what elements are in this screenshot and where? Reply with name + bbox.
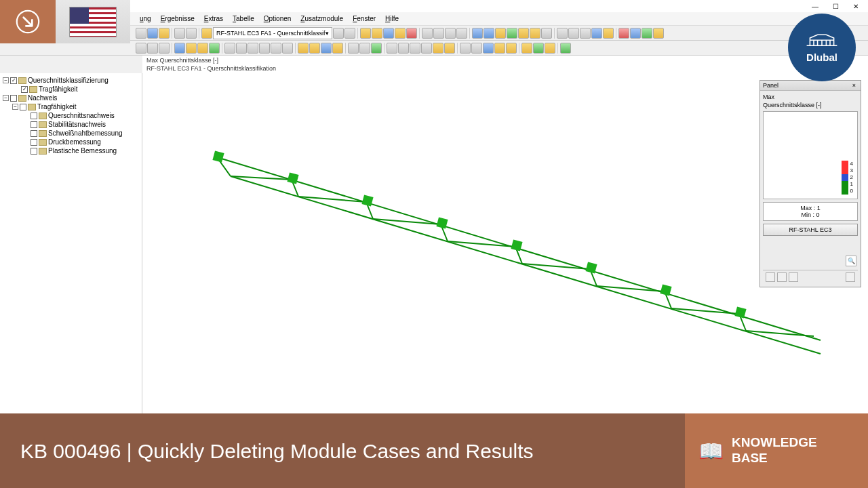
tool-icon[interactable] xyxy=(224,43,235,54)
menu-item[interactable]: Tabelle xyxy=(229,14,258,24)
tool-icon[interactable] xyxy=(533,43,544,54)
tool-icon[interactable] xyxy=(248,43,258,54)
case-selector-dropdown[interactable]: RF-STAHL EC3 FA1 - Querschnittklassif ▾ xyxy=(213,27,332,39)
tool-icon[interactable] xyxy=(159,43,170,54)
tool-icon[interactable] xyxy=(580,28,591,39)
checkbox[interactable] xyxy=(20,104,26,110)
menu-item[interactable]: Ergebnisse xyxy=(157,14,199,24)
tool-icon[interactable] xyxy=(483,43,494,54)
panel-close-button[interactable]: × xyxy=(850,82,858,89)
tool-icon[interactable] xyxy=(271,43,281,54)
tool-icon[interactable] xyxy=(445,28,456,39)
tool-icon[interactable] xyxy=(332,43,343,54)
tool-icon[interactable] xyxy=(298,43,309,54)
checkbox[interactable] xyxy=(31,130,37,137)
tool-icon[interactable] xyxy=(541,28,552,39)
tool-icon[interactable] xyxy=(568,28,579,39)
panel-tab-icon[interactable] xyxy=(777,272,787,282)
tool-icon[interactable] xyxy=(422,28,433,39)
tool-icon[interactable] xyxy=(383,28,394,39)
tool-icon[interactable] xyxy=(545,43,555,54)
checkbox[interactable]: ✓ xyxy=(10,77,17,84)
tree-toggle-icon[interactable]: − xyxy=(3,77,9,83)
tool-icon[interactable] xyxy=(136,28,146,39)
tool-icon[interactable] xyxy=(359,43,370,54)
tool-icon[interactable] xyxy=(344,28,355,39)
tool-icon[interactable] xyxy=(603,28,614,39)
tree-item[interactable]: Stabilitätsnachweis xyxy=(1,120,140,129)
checkbox[interactable] xyxy=(31,121,37,128)
tool-icon[interactable] xyxy=(653,28,664,39)
tool-icon[interactable] xyxy=(398,43,409,54)
tree-item[interactable]: Querschnittsnachweis xyxy=(1,111,140,120)
menu-item[interactable]: Optionen xyxy=(260,14,296,24)
panel-tab-icon[interactable] xyxy=(789,272,798,282)
tool-icon[interactable] xyxy=(282,43,293,54)
tree-item[interactable]: Druckbemessung xyxy=(1,138,140,146)
tool-icon[interactable] xyxy=(209,43,220,54)
checkbox[interactable]: ✓ xyxy=(21,86,28,93)
tool-icon[interactable] xyxy=(507,28,517,39)
tool-icon[interactable] xyxy=(333,28,344,39)
panel-tab-icon[interactable] xyxy=(766,272,775,282)
tree-item[interactable]: ✓Tragfähigkeit xyxy=(1,85,140,94)
checkbox[interactable] xyxy=(31,113,37,119)
tool-icon[interactable] xyxy=(506,43,517,54)
tool-icon[interactable] xyxy=(360,28,371,39)
tool-icon[interactable] xyxy=(406,28,417,39)
tool-icon[interactable] xyxy=(618,28,629,39)
tool-icon[interactable] xyxy=(521,43,532,54)
checkbox[interactable] xyxy=(10,95,17,102)
tool-icon[interactable] xyxy=(186,43,197,54)
tool-icon[interactable] xyxy=(444,43,455,54)
checkbox[interactable] xyxy=(31,148,37,155)
tool-icon[interactable] xyxy=(159,28,170,39)
module-button[interactable]: RF-STAHL EC3 xyxy=(763,224,858,236)
tool-icon[interactable] xyxy=(147,28,158,39)
tool-icon[interactable] xyxy=(484,28,494,39)
tool-icon[interactable] xyxy=(642,28,652,39)
tool-icon[interactable] xyxy=(557,28,568,39)
checkbox[interactable] xyxy=(31,139,37,146)
tool-icon[interactable] xyxy=(259,43,270,54)
tool-icon[interactable] xyxy=(348,43,359,54)
maximize-button[interactable]: ☐ xyxy=(826,1,845,12)
panel-titlebar[interactable]: Panel × xyxy=(760,81,861,91)
minimize-button[interactable]: — xyxy=(806,1,825,12)
tool-icon[interactable] xyxy=(494,43,505,54)
tool-icon[interactable] xyxy=(174,28,185,39)
tool-icon[interactable] xyxy=(309,43,320,54)
menu-item[interactable]: Zusatzmodule xyxy=(296,14,347,24)
tool-icon[interactable] xyxy=(471,43,482,54)
zoom-icon[interactable]: 🔍 xyxy=(846,256,856,266)
tool-icon[interactable] xyxy=(421,43,432,54)
tool-icon[interactable] xyxy=(147,43,158,54)
tool-icon[interactable] xyxy=(395,28,406,39)
tool-icon[interactable] xyxy=(460,43,471,54)
close-button[interactable]: ✕ xyxy=(846,1,865,12)
menu-item[interactable]: Hilfe xyxy=(381,14,403,24)
tool-icon[interactable] xyxy=(201,28,212,39)
tree-item[interactable]: Schweißnahtbemessung xyxy=(1,129,140,138)
tool-icon[interactable] xyxy=(433,28,444,39)
tree-toggle-icon[interactable]: − xyxy=(3,95,9,101)
tool-icon[interactable] xyxy=(371,43,382,54)
tool-icon[interactable] xyxy=(174,43,185,54)
tool-icon[interactable] xyxy=(410,43,420,54)
tool-icon[interactable] xyxy=(236,43,247,54)
tool-icon[interactable] xyxy=(186,28,197,39)
tool-icon[interactable] xyxy=(372,28,382,39)
tree-item[interactable]: −✓Querschnittsklassifizierung xyxy=(1,76,140,85)
tool-icon[interactable] xyxy=(433,43,443,54)
tool-icon[interactable] xyxy=(630,28,641,39)
panel-tab-icon[interactable] xyxy=(846,272,855,282)
tool-icon[interactable] xyxy=(456,28,467,39)
tool-icon[interactable] xyxy=(518,28,529,39)
tree-toggle-icon[interactable]: − xyxy=(12,104,18,110)
tool-icon[interactable] xyxy=(197,43,208,54)
tool-icon[interactable] xyxy=(530,28,540,39)
menu-item[interactable]: Extras xyxy=(200,14,227,24)
tool-icon[interactable] xyxy=(387,43,397,54)
tool-icon[interactable] xyxy=(560,43,571,54)
tree-item[interactable]: Plastische Bemessung xyxy=(1,146,140,155)
